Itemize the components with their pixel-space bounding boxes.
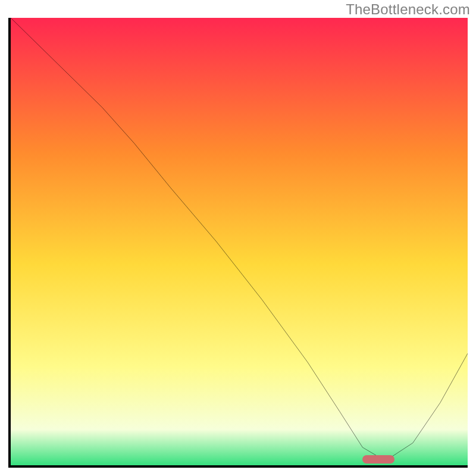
optimal-range-marker [362, 455, 394, 464]
plot-svg [11, 18, 468, 465]
watermark-text: TheBottleneck.com [346, 1, 470, 18]
plot-area [8, 18, 468, 468]
chart-stage: TheBottleneck.com [0, 0, 476, 476]
